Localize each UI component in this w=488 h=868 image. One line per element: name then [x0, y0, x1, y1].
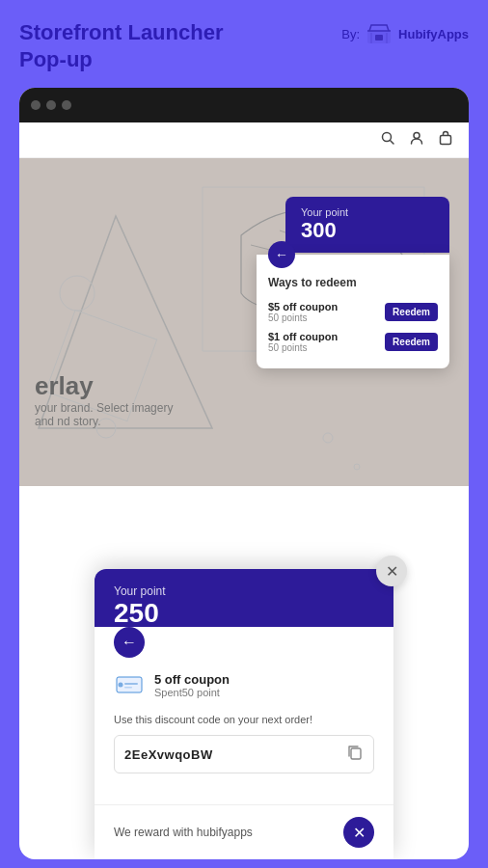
svg-rect-17 — [124, 683, 138, 685]
popup-header-label: Your point — [114, 584, 374, 598]
svg-rect-5 — [441, 136, 451, 145]
user-icon[interactable] — [409, 130, 424, 149]
svg-rect-19 — [351, 748, 361, 759]
points-widget-label: Your point — [301, 206, 434, 218]
redeem-panel: ← Ways to redeem $5 off coupon 50 points… — [257, 255, 449, 368]
svg-point-14 — [354, 464, 360, 470]
points-widget-value: 300 — [301, 218, 434, 243]
coupon-icon — [114, 669, 145, 700]
svg-point-9 — [60, 276, 95, 311]
popup-code-row: 2EeXvwqoBW — [114, 735, 374, 773]
redeem-button-0[interactable]: Reedem — [385, 303, 438, 321]
points-widget: Your point 300 — [285, 197, 449, 253]
popup-header-value: 250 — [114, 598, 374, 629]
overlay-subtext: your brand. Select imagery and nd story. — [35, 401, 189, 428]
close-popup-top-button[interactable]: ✕ — [376, 556, 407, 586]
redeem-item-1: $1 off coupon 50 points Reedem — [257, 327, 449, 357]
overlay-heading: erlay — [35, 371, 189, 401]
redeem-panel-title: Ways to redeem — [257, 276, 449, 297]
browser-bar — [19, 88, 469, 122]
page-wrapper: Storefront Launcher Pop-up By: HubifyApp… — [0, 0, 488, 868]
popup-footer-close-button[interactable]: ✕ — [343, 817, 374, 848]
popup-coupon-spent: Spent50 point — [154, 687, 230, 698]
popup-footer-text: We reward with hubifyapps — [114, 826, 253, 839]
brand-by-label: By: — [341, 27, 360, 41]
hubify-store-icon — [366, 23, 393, 44]
svg-point-13 — [323, 433, 333, 443]
popup-instruction: Use this discount code on your next orde… — [114, 714, 374, 725]
store-overlay-text: erlay your brand. Select imagery and nd … — [35, 371, 189, 428]
redeem-points-cost-0: 50 points — [268, 312, 385, 323]
redeem-button-1[interactable]: Reedem — [385, 333, 438, 351]
popup-footer: We reward with hubifyapps ✕ — [95, 804, 393, 859]
svg-line-3 — [391, 141, 394, 145]
popup-coupon-details: 5 off coupon Spent50 point — [154, 672, 230, 698]
svg-point-4 — [414, 133, 420, 139]
bottom-popup-wrapper: ✕ Your point 250 ← — [95, 569, 393, 859]
svg-rect-1 — [375, 35, 383, 41]
redeem-points-cost-1: 50 points — [268, 342, 385, 353]
copy-icon[interactable] — [346, 744, 364, 765]
redeem-item-0: $5 off coupon 50 points Reedem — [257, 297, 449, 327]
popup-code-text: 2EeXvwqoBW — [124, 747, 339, 762]
popup-body: ← 5 off coupon Spent50 — [95, 627, 393, 804]
page-title: Storefront Launcher Pop-up — [19, 19, 223, 72]
search-icon[interactable] — [380, 130, 395, 149]
brand-tag: By: HubifyApps — [341, 19, 469, 44]
store-nav — [19, 122, 469, 158]
svg-point-16 — [119, 683, 123, 688]
redeem-coupon-name-1: $1 off coupon — [268, 331, 385, 342]
browser-dot-1 — [31, 100, 41, 110]
brand-name-label: HubifyApps — [398, 27, 469, 41]
redeem-coupon-name-0: $5 off coupon — [268, 301, 385, 312]
bag-icon[interactable] — [438, 130, 453, 149]
popup-back-button[interactable]: ← — [114, 627, 145, 658]
svg-rect-18 — [124, 687, 132, 689]
browser-dot-2 — [46, 100, 56, 110]
popup-coupon-name: 5 off coupon — [154, 672, 230, 687]
main-container: erlay your brand. Select imagery and nd … — [19, 88, 469, 859]
popup-coupon-info: 5 off coupon Spent50 point — [114, 669, 374, 700]
bottom-popup: Your point 250 ← — [95, 569, 393, 859]
browser-dot-3 — [62, 100, 71, 110]
header: Storefront Launcher Pop-up By: HubifyApp… — [19, 19, 469, 72]
store-hero: erlay your brand. Select imagery and nd … — [19, 158, 469, 486]
redeem-back-button[interactable]: ← — [268, 241, 295, 268]
